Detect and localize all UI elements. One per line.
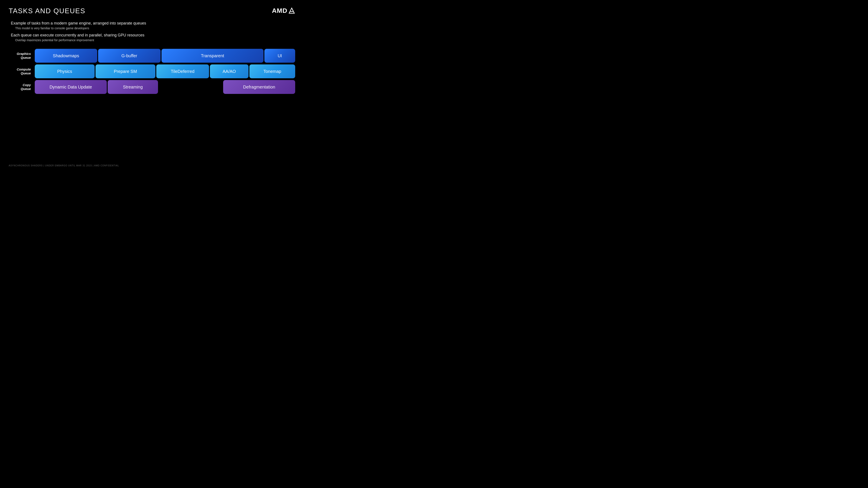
copy-queue-items: Dynamic Data Update Streaming Defragment… — [35, 80, 295, 94]
compute-queue-row: Compute Queue Physics Prepare SM TileDef… — [9, 64, 295, 78]
header: TASKS AND QUEUES AMD — [9, 7, 295, 15]
transparent-pill: Transparent — [161, 49, 264, 63]
page-title: TASKS AND QUEUES — [9, 7, 85, 15]
copy-queue-row: Copy Queue Dynamic Data Update Streaming… — [9, 80, 295, 94]
compute-queue-items: Physics Prepare SM TileDeferred AA/AO To… — [35, 64, 295, 78]
bullet-main-1: Example of tasks from a modern game engi… — [11, 21, 295, 26]
slide: TASKS AND QUEUES AMD Example of tasks fr… — [0, 0, 304, 171]
amd-logo: AMD — [272, 7, 295, 14]
ui-pill: UI — [265, 49, 295, 63]
svg-marker-0 — [289, 8, 294, 13]
graphics-queue-label: Graphics Queue — [9, 52, 35, 60]
tiledeferred-pill: TileDeferred — [156, 64, 209, 78]
physics-pill: Physics — [35, 64, 95, 78]
gap-spacer — [159, 80, 222, 94]
defrag-pill: Defragmentation — [223, 80, 295, 94]
footer: ASYNCHRONOUS SHADERS | UNDER EMBARGO UNT… — [9, 164, 119, 167]
preparesm-pill: Prepare SM — [95, 64, 155, 78]
logo-text: AMD — [272, 7, 287, 14]
aaao-pill: AA/AO — [210, 64, 249, 78]
bullets-section: Example of tasks from a modern game engi… — [9, 21, 295, 42]
streaming-pill: Streaming — [108, 80, 158, 94]
gbuffer-pill: G-buffer — [98, 49, 161, 63]
bullet-sub-1: This model is very familiar to console g… — [15, 27, 295, 30]
compute-queue-label: Compute Queue — [9, 67, 35, 75]
queue-diagram: Graphics Queue Shadowmaps G-buffer Trans… — [9, 49, 295, 94]
bullet-sub-2: Overlap maximizes potential for performa… — [15, 38, 295, 42]
graphics-queue-row: Graphics Queue Shadowmaps G-buffer Trans… — [9, 49, 295, 63]
dynamicdata-pill: Dynamic Data Update — [35, 80, 107, 94]
amd-logo-icon — [288, 7, 295, 14]
tonemap-pill: Tonemap — [249, 64, 295, 78]
bullet-main-2: Each queue can execute concurrently and … — [11, 33, 295, 37]
graphics-queue-items: Shadowmaps G-buffer Transparent UI — [35, 49, 295, 63]
copy-queue-label: Copy Queue — [9, 83, 35, 91]
shadowmaps-pill: Shadowmaps — [35, 49, 97, 63]
